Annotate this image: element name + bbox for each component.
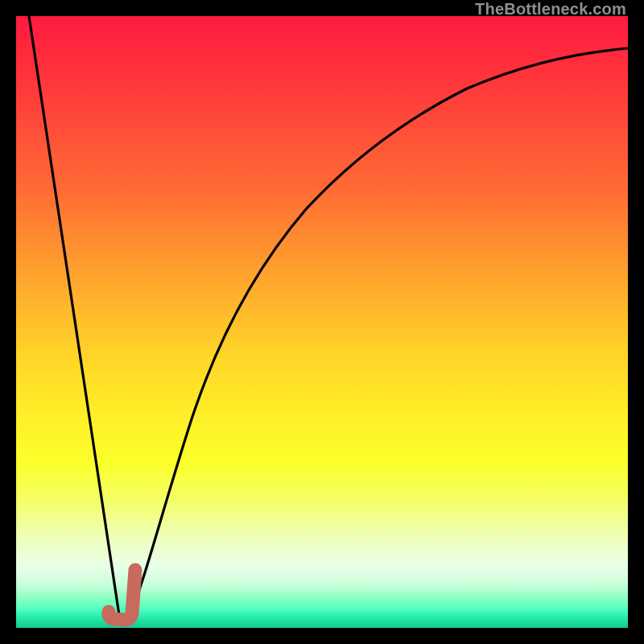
bottleneck-curve	[29, 16, 628, 616]
curve-svg	[16, 16, 628, 628]
outer-frame: TheBottleneck.com	[0, 0, 644, 644]
marker-j	[109, 570, 135, 620]
plot-area	[16, 16, 628, 628]
